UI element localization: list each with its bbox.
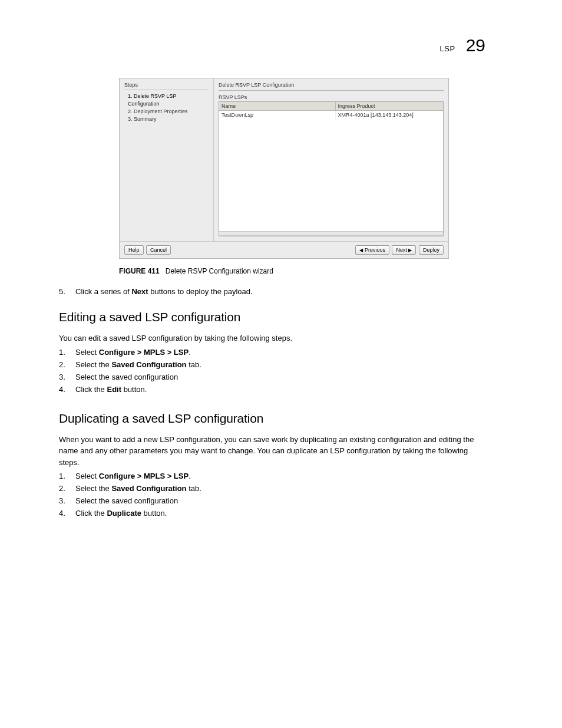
editing-step-2: 2. Select the Saved Configuration tab. bbox=[59, 360, 509, 369]
section-editing-intro: You can edit a saved LSP configuration b… bbox=[59, 332, 483, 344]
table-scrollbar[interactable] bbox=[219, 231, 443, 236]
cell-name: TestDownLsp bbox=[219, 111, 336, 119]
step-2[interactable]: 2. Deployment Properties bbox=[128, 108, 209, 116]
previous-button[interactable]: ◀ Previous bbox=[355, 245, 389, 255]
wizard-dialog: Steps 1. Delete RSVP LSP Configuration 2… bbox=[119, 78, 449, 259]
col-ingress-header[interactable]: Ingress Product bbox=[336, 102, 443, 110]
wizard-main-panel: Delete RSVP LSP Configuration RSVP LSPs … bbox=[214, 78, 448, 241]
step-3[interactable]: 3. Summary bbox=[128, 116, 209, 123]
duplicating-step-1: 1. Select Configure > MPLS > LSP. bbox=[59, 472, 509, 480]
section-duplicating-title: Duplicating a saved LSP configuration bbox=[59, 411, 509, 426]
steps-title: Steps bbox=[124, 82, 209, 88]
triangle-right-icon: ▶ bbox=[408, 248, 412, 253]
editing-step-1: 1. Select Configure > MPLS > LSP. bbox=[59, 348, 509, 357]
cancel-button[interactable]: Cancel bbox=[146, 245, 171, 255]
triangle-left-icon: ◀ bbox=[359, 248, 363, 253]
table-header-row: Name Ingress Product bbox=[219, 102, 443, 111]
step-5: 5. Click a series of Next buttons to dep… bbox=[59, 287, 509, 296]
wizard-main-title: Delete RSVP LSP Configuration bbox=[219, 82, 444, 88]
section-duplicating-intro: When you want to add a new LSP configura… bbox=[59, 434, 483, 469]
wizard-footer: Help Cancel ◀ Previous Next ▶ Deploy bbox=[120, 242, 448, 258]
table-row[interactable]: TestDownLsp XMR4-4001a [143.143.143.204] bbox=[219, 111, 443, 119]
figure-caption: FIGURE 411 Delete RSVP Configuration wiz… bbox=[119, 267, 449, 275]
rsvp-lsps-table: Name Ingress Product TestDownLsp XMR4-40… bbox=[219, 101, 444, 236]
editing-step-3: 3. Select the saved configuration bbox=[59, 373, 509, 381]
duplicating-step-2: 2. Select the Saved Configuration tab. bbox=[59, 484, 509, 493]
step-1[interactable]: 1. Delete RSVP LSP Configuration bbox=[128, 93, 209, 108]
page-header: LSP 29 bbox=[59, 35, 509, 55]
wizard-steps-panel: Steps 1. Delete RSVP LSP Configuration 2… bbox=[120, 78, 214, 241]
section-editing-title: Editing a saved LSP configuration bbox=[59, 310, 509, 324]
figure-label: FIGURE 411 bbox=[119, 267, 160, 275]
cell-ingress: XMR4-4001a [143.143.143.204] bbox=[336, 111, 443, 119]
duplicating-step-3: 3. Select the saved configuration bbox=[59, 496, 509, 505]
editing-step-4: 4. Click the Edit button. bbox=[59, 385, 509, 394]
header-label: LSP bbox=[440, 44, 455, 53]
table-title: RSVP LSPs bbox=[219, 94, 444, 100]
duplicating-step-4: 4. Click the Duplicate button. bbox=[59, 509, 509, 518]
help-button[interactable]: Help bbox=[124, 245, 144, 255]
figure-text: Delete RSVP Configuration wizard bbox=[166, 267, 273, 275]
deploy-button[interactable]: Deploy bbox=[419, 245, 444, 255]
col-name-header[interactable]: Name bbox=[219, 102, 336, 110]
header-page-number: 29 bbox=[466, 35, 485, 55]
next-button[interactable]: Next ▶ bbox=[392, 245, 416, 255]
